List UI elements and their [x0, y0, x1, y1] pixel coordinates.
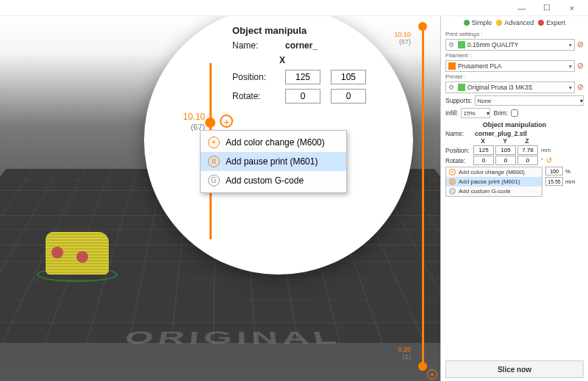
rotate-x[interactable]: [473, 156, 494, 165]
ctx-pause-label: Add pause print (M601): [226, 156, 318, 167]
filament-value: Prusament PLA: [458, 62, 567, 70]
viewport-3d[interactable]: ORIGINAL 10.10 (67) 0.20 (1) +: [0, 16, 441, 381]
chevron-down-icon: ▾: [569, 63, 572, 70]
slider-bot-sub: (1): [403, 353, 411, 360]
layer-slider[interactable]: 10.10 (67) 0.20 (1): [414, 25, 431, 368]
mag-add-action-icon[interactable]: +: [220, 115, 233, 128]
plus-icon: +: [208, 137, 220, 148]
filament-combo[interactable]: Prusament PLA ▾: [445, 60, 575, 72]
mini-ctx-color[interactable]: +Add color change (M600): [446, 167, 542, 177]
axis-z: Z: [516, 137, 538, 145]
position-x[interactable]: [473, 145, 494, 155]
ctx-add-pause-print[interactable]: ⏸ Add pause print (M601): [201, 152, 346, 171]
filament-swatch-icon: [448, 62, 456, 70]
brim-label: Brim:: [493, 109, 508, 117]
mode-tabs: Simple Advanced Expert: [445, 19, 584, 26]
mag-position-label: Position:: [232, 72, 275, 82]
chevron-down-icon: ▾: [487, 110, 490, 117]
obj-name-value: corner_plug_2.stl: [475, 130, 584, 137]
position-label: Position:: [445, 147, 472, 154]
printer-value: Original Prusa i3 MK3S: [467, 84, 567, 91]
dot-green-icon: [464, 20, 470, 26]
mag-position-x[interactable]: [285, 70, 320, 84]
plus-icon: +: [449, 169, 456, 175]
delete-printer-icon[interactable]: ⊘: [577, 82, 584, 92]
gear-icon: ⚙: [448, 41, 456, 48]
ctx-gcode-label: Add custom G-code: [226, 175, 304, 186]
minimize-button[interactable]: —: [517, 4, 526, 12]
slider-handle-bottom[interactable]: [418, 362, 427, 371]
slider-bot-value: 0.20: [398, 346, 411, 353]
rotate-y[interactable]: [495, 156, 516, 165]
slider-top-value: 10.10: [394, 31, 411, 38]
infill-combo[interactable]: 15%▾: [461, 108, 490, 118]
axis-y: Y: [494, 137, 516, 145]
mag-rotate-label: Rotate:: [232, 91, 275, 101]
printer-swatch-icon: [458, 84, 465, 91]
pause-icon: ⏸: [449, 178, 456, 185]
mode-advanced[interactable]: Advanced: [496, 19, 534, 26]
chevron-down-icon: ▾: [580, 98, 583, 104]
gcode-icon: G: [208, 175, 220, 186]
mode-simple[interactable]: Simple: [464, 19, 492, 26]
chevron-down-icon: ▾: [569, 84, 572, 91]
scale-unit: %: [565, 168, 570, 175]
position-unit: mm: [541, 147, 551, 153]
printer-combo[interactable]: ⚙ Original Prusa i3 MK3S ▾: [445, 81, 575, 93]
print-settings-label: Print settings :: [445, 31, 584, 37]
ctx-color-label: Add color change (M600): [226, 137, 325, 148]
infill-label: Infill:: [445, 109, 458, 117]
size-unit: mm: [565, 178, 575, 185]
title-bar: — ☐ ×: [0, 0, 588, 16]
size-field[interactable]: [545, 177, 563, 186]
gear-icon: ⚙: [448, 84, 456, 91]
rotate-z[interactable]: [517, 156, 538, 165]
ctx-add-color-change[interactable]: + Add color change (M600): [201, 133, 346, 152]
obj-name-label: Name:: [445, 130, 472, 137]
mini-ctx-gcode[interactable]: GAdd custom G-code: [446, 186, 542, 196]
add-action-icon[interactable]: +: [427, 369, 437, 380]
mag-position-y[interactable]: [331, 70, 366, 84]
right-sidebar: Simple Advanced Expert Print settings : …: [441, 16, 588, 381]
gcode-icon: G: [449, 188, 456, 195]
mag-slider-value: 10.10: [183, 112, 205, 122]
brim-checkbox[interactable]: [511, 109, 518, 117]
maximize-button[interactable]: ☐: [542, 4, 551, 12]
slider-top-sub: (67): [399, 38, 411, 46]
print-settings-combo[interactable]: ⚙ 0.15mm QUALITY ▾: [445, 39, 575, 51]
slider-track[interactable]: [422, 25, 424, 368]
delete-preset-icon[interactable]: ⊘: [577, 40, 584, 49]
reset-rotate-icon[interactable]: ↺: [546, 156, 552, 164]
printer-label: Printer :: [445, 73, 584, 80]
model-preview[interactable]: [43, 229, 112, 279]
supports-combo[interactable]: None▾: [475, 95, 584, 106]
position-z[interactable]: [517, 145, 538, 155]
position-y[interactable]: [495, 145, 516, 155]
filament-label: Filament :: [445, 52, 584, 59]
mag-name-value: corner_: [285, 40, 318, 51]
print-settings-value: 0.15mm QUALITY: [467, 41, 567, 48]
mag-rotate-y[interactable]: [331, 89, 366, 104]
mag-axis-x: X: [279, 55, 285, 65]
delete-filament-icon[interactable]: ⊘: [577, 61, 584, 70]
plate-watermark: ORIGINAL: [122, 328, 343, 348]
mag-slider-handle[interactable]: [205, 117, 215, 128]
mini-ctx-pause[interactable]: ⏸Add pause print (M601): [446, 177, 542, 186]
slider-handle-top[interactable]: [418, 22, 427, 31]
scale-field[interactable]: [545, 167, 563, 175]
mini-context-menu: +Add color change (M600) ⏸Add pause prin…: [445, 167, 542, 197]
ctx-add-custom-gcode[interactable]: G Add custom G-code: [201, 171, 346, 190]
mag-panel-title: Object manipula: [232, 25, 366, 36]
slice-now-button[interactable]: Slice now: [445, 360, 584, 378]
mode-expert[interactable]: Expert: [538, 19, 565, 26]
rotate-label: Rotate:: [445, 157, 472, 164]
supports-label: Supports:: [445, 97, 472, 104]
mag-rotate-x[interactable]: [285, 89, 320, 104]
close-button[interactable]: ×: [567, 4, 576, 12]
mag-name-label: Name:: [232, 40, 275, 51]
rotate-unit: °: [541, 157, 543, 164]
dot-yellow-icon: [496, 20, 502, 26]
pause-icon: ⏸: [208, 156, 220, 167]
object-manipulation-title: Object manipulation: [445, 121, 584, 128]
chevron-down-icon: ▾: [569, 42, 572, 48]
